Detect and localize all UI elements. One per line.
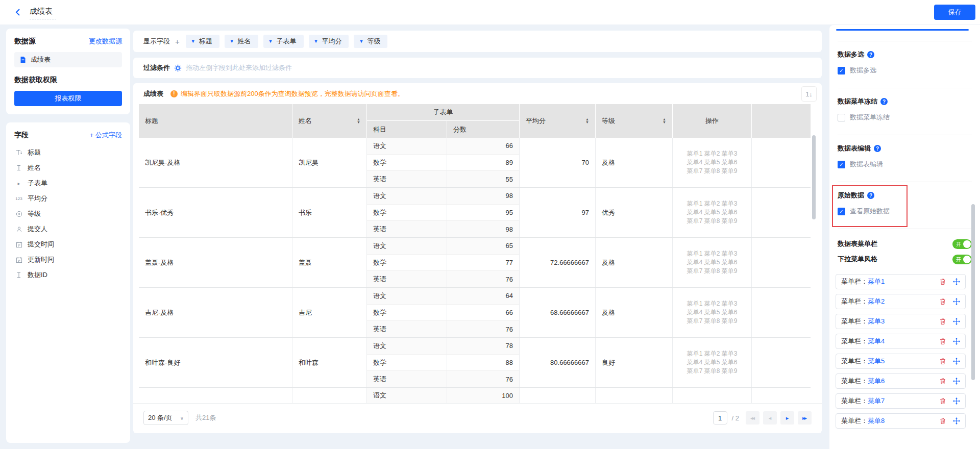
checkbox-multi-select[interactable]: ✓ [838,67,845,74]
formula-field-link[interactable]: + 公式字段 [90,131,122,140]
col-header-subform: 子表单 科目 分数 [367,104,520,138]
col-header-grade[interactable]: 等级 ▲▼ [596,104,673,138]
delete-icon[interactable] [939,278,946,286]
delete-icon[interactable] [939,378,946,385]
field-item-data-id[interactable]: 数据ID [6,267,130,283]
page-number-input[interactable]: 1 [713,411,727,425]
table-row: 和叶森-良好 和叶森 语文78 数学88 英语76 80.66666667 良好… [139,338,811,388]
cell-average: 80.66666667 [520,338,596,387]
checkbox-raw-data[interactable]: ✓ [838,208,845,215]
save-button[interactable]: 保存 [934,5,975,20]
col-header-name[interactable]: 姓名 ▲▼ [292,104,367,138]
help-icon[interactable]: ? [867,51,874,58]
move-icon[interactable] [952,278,960,286]
table-scrollbar[interactable] [812,135,816,219]
move-icon[interactable] [952,358,960,365]
row-menu-buttons[interactable]: 菜单1 菜单2 菜单3菜单4 菜单5 菜单6菜单7 菜单8 菜单9 [679,199,745,226]
filter-bar[interactable]: 过滤条件 拖动左侧字段到此处来添加过滤条件 [133,58,822,78]
menu-bar-toggle[interactable]: 开 [952,239,972,249]
field-item-name[interactable]: 姓名 [6,160,130,176]
menu-name-link[interactable]: 菜单6 [868,377,885,386]
delete-icon[interactable] [939,358,946,365]
page-count: / 2 [732,414,739,422]
toggle-knob [963,240,971,248]
row-menu-buttons[interactable]: 菜单1 菜单2 菜单3菜单4 菜单5 菜单6菜单7 菜单8 菜单9 [679,250,745,276]
delete-icon[interactable] [939,338,946,345]
field-item-update-time[interactable]: 更新时间 [6,252,130,267]
delete-icon[interactable] [939,417,946,425]
permission-title: 数据获取权限 [14,76,122,85]
field-item-average[interactable]: 123 平均分 [6,191,130,206]
next-page-button[interactable]: ▸ [780,411,794,425]
sort-arrows-icon[interactable]: ▲▼ [585,118,589,124]
datasource-card: 数据源 更改数据源 成绩表 数据获取权限 报表权限 [6,29,130,114]
checkbox-table-edit[interactable]: ✓ [838,161,845,168]
chip-grade[interactable]: ▼等级 [354,35,387,48]
menu-name-link[interactable]: 菜单5 [868,357,885,366]
table-row: 书乐-优秀 书乐 语文98 数学95 英语98 97 优秀 菜单1 菜单2 菜单… [139,188,811,238]
last-page-button[interactable]: ▸▸ [798,411,812,425]
cell-name: 吉尼 [292,288,367,337]
move-icon[interactable] [952,378,960,385]
field-item-subform[interactable]: ▸ 子表单 [6,176,130,191]
move-icon[interactable] [952,298,960,306]
cell-name: 和叶森 [292,338,367,387]
move-icon[interactable] [952,397,960,405]
gear-icon[interactable] [174,64,182,72]
page-size-select[interactable]: 20 条/页 ∨ [143,411,188,425]
move-icon[interactable] [952,338,960,345]
delete-icon[interactable] [939,397,946,405]
field-item-submit-time[interactable]: 提交时间 [6,237,130,252]
change-datasource-link[interactable]: 更改数据源 [89,37,122,46]
menu-name-link[interactable]: 菜单3 [868,317,885,326]
cell-name [292,388,367,403]
field-item-grade[interactable]: 等级 [6,206,130,221]
field-item-title[interactable]: 标题 [6,145,130,160]
back-button[interactable] [13,7,23,17]
delete-icon[interactable] [939,318,946,326]
menu-prefix: 菜单栏： [841,396,868,406]
menu-prefix: 菜单栏： [841,416,868,426]
chip-label: 等级 [367,37,380,46]
panel-scrollbar[interactable] [971,204,975,380]
chip-subform[interactable]: ▼子表单 [263,35,304,48]
help-icon[interactable]: ? [874,145,881,152]
chevron-down-icon: ▼ [314,39,318,44]
checkbox-menu-freeze[interactable] [838,114,845,121]
add-field-icon[interactable]: + [175,37,180,46]
col-header-subject[interactable]: 科目 [367,121,447,138]
report-permission-button[interactable]: 报表权限 [14,91,122,106]
col-header-score[interactable]: 分数 [447,121,519,138]
menu-name-link[interactable]: 菜单4 [868,337,885,346]
help-icon[interactable]: ? [880,98,888,105]
row-menu-buttons[interactable]: 菜单1 菜单2 菜单3菜单4 菜单5 菜单6菜单7 菜单8 菜单9 [679,300,745,326]
menu-name-link[interactable]: 菜单8 [868,416,885,426]
row-menu-buttons[interactable]: 菜单1 菜单2 菜单3菜单4 菜单5 菜单6菜单7 菜单8 菜单9 [679,149,745,176]
first-page-button[interactable]: ◂◂ [746,411,760,425]
col-header-average[interactable]: 平均分 ▲▼ [520,104,596,138]
chip-name[interactable]: ▼姓名 [225,35,258,48]
menu-name-link[interactable]: 菜单2 [868,297,885,306]
field-item-label: 提交时间 [28,240,54,249]
move-icon[interactable] [952,318,960,326]
row-menu-buttons[interactable]: 菜单1 菜单2 菜单3菜单4 菜单5 菜单6菜单7 菜单8 菜单9 [679,350,745,376]
menu-prefix: 菜单栏： [841,317,868,326]
prev-page-button[interactable]: ◂ [763,411,777,425]
chip-title[interactable]: ▼标题 [186,35,219,48]
sort-arrows-icon[interactable]: ▲▼ [357,118,360,124]
dropdown-style-toggle[interactable]: 开 [952,255,972,264]
chip-average[interactable]: ▼平均分 [309,35,349,48]
col-header-title[interactable]: 标题 [139,104,292,138]
datasource-item[interactable]: 成绩表 [14,52,122,67]
menu-name-link[interactable]: 菜单7 [868,396,885,406]
sort-arrows-icon[interactable]: ▲▼ [663,118,666,124]
text-field-icon [15,164,23,171]
menu-name-link[interactable]: 菜单1 [868,277,885,286]
cell-name: 盖聂 [292,238,367,287]
sort-order-button[interactable]: 1↓ [801,86,817,102]
move-icon[interactable] [952,417,960,425]
delete-icon[interactable] [939,298,946,306]
section-multi-select: 数据多选 ? ✓ 数据多选 [829,41,980,88]
help-icon[interactable]: ? [867,192,874,199]
field-item-submitter[interactable]: 提交人 [6,221,130,237]
